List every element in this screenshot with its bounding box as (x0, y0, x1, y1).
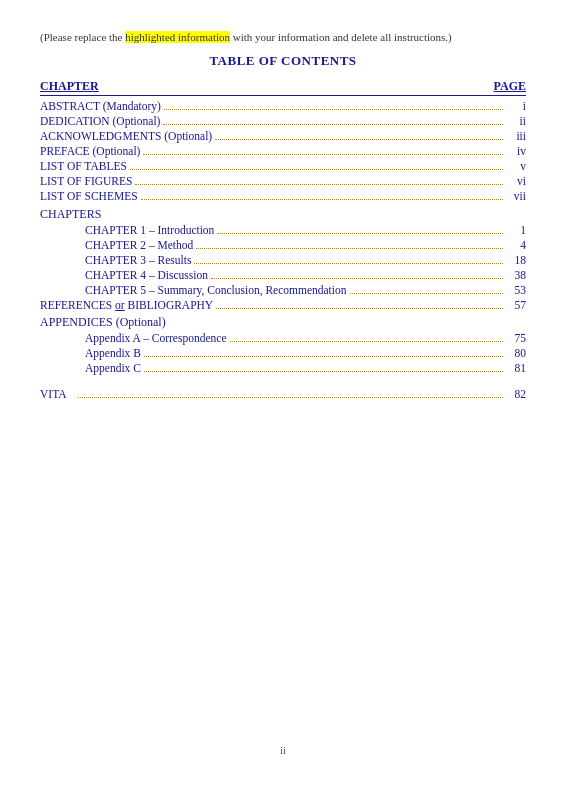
instruction-before: (Please replace the (40, 31, 125, 43)
toc-page-ch1: 1 (506, 224, 526, 236)
toc-row-ch5: CHAPTER 5 – Summary, Conclusion, Recomme… (40, 284, 526, 296)
references-or: or (115, 299, 125, 311)
toc-page-ch3: 18 (506, 254, 526, 266)
toc-dots-list-figures (135, 184, 503, 185)
toc-page-appendix-c: 81 (506, 362, 526, 374)
toc-dots-appendix-a (230, 341, 504, 342)
toc-container: CHAPTER PAGE ABSTRACT (Mandatory) i DEDI… (40, 79, 526, 736)
page-footer: ii (40, 744, 526, 756)
toc-row-ch3: CHAPTER 3 – Results 18 (40, 254, 526, 266)
toc-row-list-tables: LIST OF TABLES v (40, 160, 526, 172)
toc-page-appendix-a: 75 (506, 332, 526, 344)
toc-dots-ch3 (194, 263, 503, 264)
toc-label-acknowledgments: ACKNOWLEDGMENTS (Optional) (40, 130, 212, 142)
toc-row-appendix-a: Appendix A – Correspondence 75 (40, 332, 526, 344)
toc-dots-ch1 (217, 233, 503, 234)
toc-label-list-tables: LIST OF TABLES (40, 160, 127, 172)
toc-row-ch2: CHAPTER 2 – Method 4 (40, 239, 526, 251)
toc-label-preface: PREFACE (Optional) (40, 145, 140, 157)
toc-row-preface: PREFACE (Optional) iv (40, 145, 526, 157)
toc-label-ch4: CHAPTER 4 – Discussion (85, 269, 208, 281)
page-title: TABLE OF CONTENTS (40, 53, 526, 69)
toc-label-appendix-c: Appendix C (85, 362, 141, 374)
toc-row-dedication: DEDICATION (Optional) ii (40, 115, 526, 127)
toc-dots-references (216, 308, 503, 309)
toc-label-vita: VITA (40, 388, 75, 400)
header-page-label: PAGE (494, 79, 526, 94)
toc-page-ch4: 38 (506, 269, 526, 281)
toc-dots-list-schemes (141, 199, 503, 200)
toc-row-abstract: ABSTRACT (Mandatory) i (40, 100, 526, 112)
toc-label-ch3: CHAPTER 3 – Results (85, 254, 191, 266)
instruction-after: with your information and delete all ins… (230, 31, 452, 43)
toc-page-preface: iv (506, 145, 526, 157)
toc-page-references: 57 (506, 299, 526, 311)
toc-row-vita: VITA 82 (40, 388, 526, 400)
toc-row-references: REFERENCES or BIBLIOGRAPHY 57 (40, 299, 526, 311)
toc-label-abstract: ABSTRACT (Mandatory) (40, 100, 161, 112)
toc-dots-ch2 (196, 248, 503, 249)
toc-dots-acknowledgments (215, 139, 503, 140)
instruction-text: (Please replace the highlighted informat… (40, 30, 526, 45)
toc-dots-ch4 (211, 278, 503, 279)
toc-label-appendix-a: Appendix A – Correspondence (85, 332, 227, 344)
appendices-section-header: APPENDICES (Optional) (40, 315, 526, 330)
toc-page-list-tables: v (506, 160, 526, 172)
toc-dots-ch5 (350, 293, 503, 294)
toc-page-list-schemes: vii (506, 190, 526, 202)
toc-page-list-figures: vi (506, 175, 526, 187)
chapters-section-header: CHAPTERS (40, 207, 526, 222)
toc-label-ch5: CHAPTER 5 – Summary, Conclusion, Recomme… (85, 284, 347, 296)
toc-page-appendix-b: 80 (506, 347, 526, 359)
instruction-highlight: highlighted information (125, 31, 230, 43)
toc-dots-appendix-b (144, 356, 503, 357)
toc-row-ch4: CHAPTER 4 – Discussion 38 (40, 269, 526, 281)
toc-page-acknowledgments: iii (506, 130, 526, 142)
toc-row-ch1: CHAPTER 1 – Introduction 1 (40, 224, 526, 236)
toc-dots-list-tables (130, 169, 503, 170)
toc-dots-dedication (163, 124, 503, 125)
toc-label-list-figures: LIST OF FIGURES (40, 175, 132, 187)
toc-label-appendix-b: Appendix B (85, 347, 141, 359)
toc-row-list-schemes: LIST OF SCHEMES vii (40, 190, 526, 202)
toc-header: CHAPTER PAGE (40, 79, 526, 96)
toc-dots-abstract (164, 109, 503, 110)
toc-page-vita: 82 (506, 388, 526, 400)
toc-dots-vita (78, 397, 503, 398)
toc-label-list-schemes: LIST OF SCHEMES (40, 190, 138, 202)
toc-dots-preface (143, 154, 503, 155)
toc-dots-appendix-c (144, 371, 503, 372)
page: (Please replace the highlighted informat… (0, 0, 566, 786)
toc-label-dedication: DEDICATION (Optional) (40, 115, 160, 127)
toc-label-references: REFERENCES or BIBLIOGRAPHY (40, 299, 213, 311)
toc-row-appendix-b: Appendix B 80 (40, 347, 526, 359)
toc-page-ch2: 4 (506, 239, 526, 251)
toc-label-ch2: CHAPTER 2 – Method (85, 239, 193, 251)
toc-row-acknowledgments: ACKNOWLEDGMENTS (Optional) iii (40, 130, 526, 142)
toc-row-list-figures: LIST OF FIGURES vi (40, 175, 526, 187)
header-chapter-label: CHAPTER (40, 79, 99, 94)
toc-page-abstract: i (506, 100, 526, 112)
toc-row-appendix-c: Appendix C 81 (40, 362, 526, 374)
toc-label-ch1: CHAPTER 1 – Introduction (85, 224, 214, 236)
toc-page-dedication: ii (506, 115, 526, 127)
toc-page-ch5: 53 (506, 284, 526, 296)
